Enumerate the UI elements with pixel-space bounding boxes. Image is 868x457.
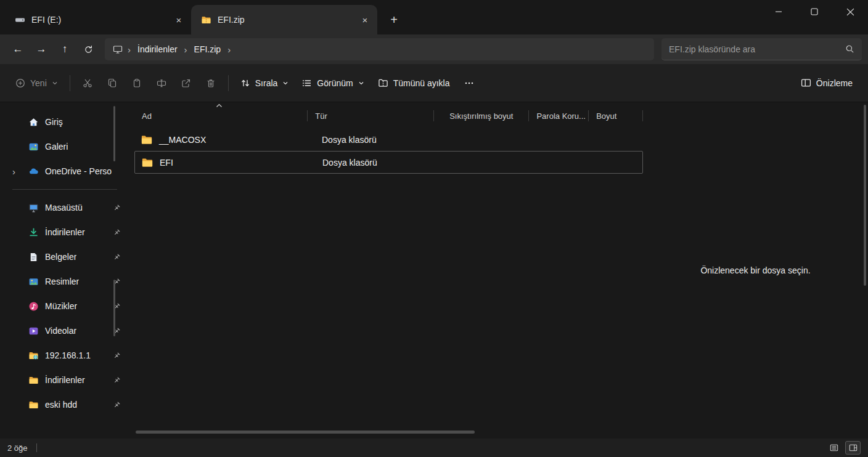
column-headers: Ad Tür Sıkıştırılmış boyut Parola Koru..…	[129, 103, 643, 128]
sidebar-item-label: Masaüstü	[45, 203, 83, 212]
forward-button[interactable]: →	[30, 39, 53, 60]
view-button[interactable]: Görünüm	[295, 71, 371, 95]
sidebar-item-home[interactable]: Giriş	[4, 110, 126, 134]
new-button[interactable]: Yeni	[9, 71, 65, 95]
command-toolbar: Yeni Sırala	[0, 64, 868, 102]
sidebar-item-label: Galeri	[45, 142, 68, 152]
sidebar-separator	[12, 189, 117, 190]
sidebar-item-network-folder[interactable]: 192.168.1.1	[4, 343, 126, 368]
this-pc-icon[interactable]	[110, 44, 126, 54]
pictures-icon	[28, 277, 39, 287]
search-box	[661, 38, 862, 60]
plus-circle-icon	[15, 78, 25, 88]
sidebar-scrollbar[interactable]	[113, 106, 115, 161]
sidebar-item-label: Videolar	[45, 326, 76, 336]
table-row[interactable]: __MACOSX Dosya klasörü	[134, 128, 643, 151]
search-input[interactable]	[669, 44, 840, 54]
sidebar-item-downloads-folder[interactable]: İndirilenler	[4, 368, 126, 392]
column-header-type[interactable]: Tür	[308, 103, 433, 128]
chevron-right-icon[interactable]: ›	[12, 166, 15, 177]
rename-button[interactable]	[149, 71, 174, 95]
table-row[interactable]: EFI Dosya klasörü	[134, 151, 643, 174]
delete-button[interactable]	[199, 71, 223, 95]
more-options-button[interactable]	[457, 71, 481, 95]
extract-all-label: Tümünü ayıkla	[393, 78, 450, 88]
vertical-scrollbar[interactable]	[864, 105, 866, 286]
column-header-size[interactable]: Boyut	[589, 103, 643, 128]
extract-folder-icon	[378, 78, 388, 88]
column-header-password[interactable]: Parola Koru...	[529, 103, 589, 128]
column-header-compressed-size[interactable]: Sıkıştırılmış boyut	[434, 103, 530, 128]
chevron-down-icon	[358, 80, 364, 86]
view-lines-icon	[302, 78, 312, 88]
sidebar-item-pictures[interactable]: Resimler	[4, 269, 126, 294]
close-button[interactable]	[832, 0, 868, 23]
sidebar-item-downloads[interactable]: İndirilenler	[4, 220, 126, 245]
breadcrumb-item-downloads[interactable]: İndirilenler	[133, 42, 182, 56]
sort-button[interactable]: Sırala	[234, 71, 296, 95]
home-icon	[28, 117, 39, 127]
folder-icon	[141, 156, 154, 169]
pin-icon[interactable]	[113, 376, 121, 384]
main-area: Giriş Galeri › OneDrive - Perso	[0, 102, 868, 439]
navigation-pane: Giriş Galeri › OneDrive - Perso	[0, 102, 129, 439]
details-view-toggle[interactable]	[826, 441, 841, 455]
sidebar-item-desktop[interactable]: Masaüstü	[4, 195, 126, 220]
tab-title: EFI.zip	[218, 15, 351, 25]
minimize-button[interactable]	[761, 0, 796, 23]
sidebar-item-label: İndirilenler	[45, 227, 85, 237]
sidebar-item-label: Belgeler	[45, 252, 76, 262]
sidebar-item-eski-hdd[interactable]: eski hdd	[4, 392, 126, 417]
up-button[interactable]: ↑	[53, 39, 76, 60]
gallery-icon	[28, 142, 39, 152]
sidebar-item-label: İndirilenler	[45, 375, 85, 385]
share-button[interactable]	[174, 71, 199, 95]
sidebar-item-onedrive[interactable]: › OneDrive - Perso	[4, 159, 126, 184]
pin-icon[interactable]	[113, 253, 121, 261]
cut-button[interactable]	[75, 71, 100, 95]
maximize-button[interactable]	[796, 0, 832, 23]
breadcrumb-item-efi-zip[interactable]: EFI.zip	[189, 42, 226, 56]
chevron-down-icon	[282, 80, 289, 86]
sidebar-item-music[interactable]: Müzikler	[4, 294, 126, 318]
view-button-label: Görünüm	[317, 78, 353, 88]
sidebar-item-label: eski hdd	[45, 400, 77, 410]
pin-icon[interactable]	[113, 401, 121, 409]
folder-icon	[28, 375, 39, 386]
column-header-name[interactable]: Ad	[136, 103, 308, 128]
zip-folder-icon	[201, 15, 211, 25]
folder-icon	[28, 400, 39, 410]
extract-all-button[interactable]: Tümünü ayıkla	[371, 71, 457, 95]
chevron-down-icon	[52, 80, 58, 86]
tab-efi-drive[interactable]: EFI (E:) ×	[5, 5, 191, 34]
pin-icon[interactable]	[113, 352, 121, 360]
new-button-label: Yeni	[30, 78, 47, 88]
pin-icon[interactable]	[113, 204, 121, 212]
file-type: Dosya klasörü	[315, 152, 441, 173]
chevron-right-icon: ›	[226, 44, 232, 55]
sidebar-item-label: Resimler	[45, 277, 79, 286]
copy-button[interactable]	[100, 71, 125, 95]
refresh-button[interactable]	[76, 39, 100, 60]
titlebar[interactable]: EFI (E:) × EFI.zip × +	[0, 0, 868, 34]
pin-icon[interactable]	[113, 228, 121, 237]
back-button[interactable]: ←	[6, 39, 30, 60]
paste-button[interactable]	[125, 71, 149, 95]
new-tab-button[interactable]: +	[383, 9, 404, 30]
sort-arrows-icon	[240, 78, 250, 88]
sidebar-item-documents[interactable]: Belgeler	[4, 245, 126, 269]
horizontal-scrollbar[interactable]	[136, 431, 475, 434]
tab-efi-zip[interactable]: EFI.zip ×	[191, 5, 377, 34]
sidebar-scrollbar[interactable]	[113, 280, 115, 336]
network-folder-icon	[28, 350, 39, 361]
sidebar-item-videos[interactable]: Videolar	[4, 318, 126, 343]
search-icon[interactable]	[840, 40, 859, 59]
large-icons-view-toggle[interactable]	[845, 441, 861, 455]
preview-toggle-button[interactable]: Önizleme	[794, 71, 859, 95]
chevron-right-icon: ›	[126, 44, 133, 55]
sidebar-item-gallery[interactable]: Galeri	[4, 134, 126, 159]
tab-close-icon[interactable]: ×	[358, 12, 372, 27]
downloads-icon	[28, 227, 39, 238]
window-controls	[761, 0, 868, 23]
tab-close-icon[interactable]: ×	[171, 12, 186, 27]
